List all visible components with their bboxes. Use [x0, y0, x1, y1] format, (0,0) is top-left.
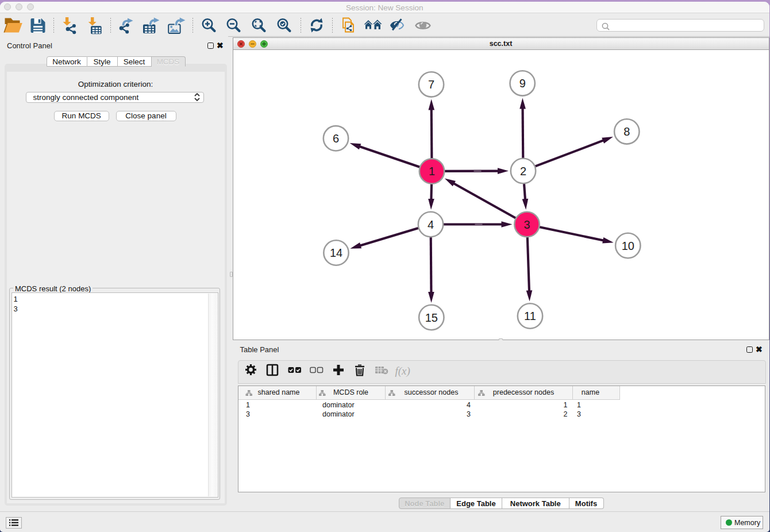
svg-text:7: 7 [428, 78, 434, 91]
svg-text:15: 15 [425, 311, 437, 323]
svg-text:8: 8 [623, 125, 630, 138]
svg-text:1: 1 [428, 165, 434, 178]
svg-text:4: 4 [427, 218, 433, 230]
svg-text:10: 10 [621, 239, 634, 252]
svg-text:2: 2 [519, 164, 526, 177]
svg-text:3: 3 [523, 218, 530, 230]
svg-text:11: 11 [524, 310, 536, 322]
svg-text:14: 14 [329, 246, 342, 259]
svg-text:6: 6 [332, 132, 338, 145]
svg-text:9: 9 [519, 77, 525, 90]
